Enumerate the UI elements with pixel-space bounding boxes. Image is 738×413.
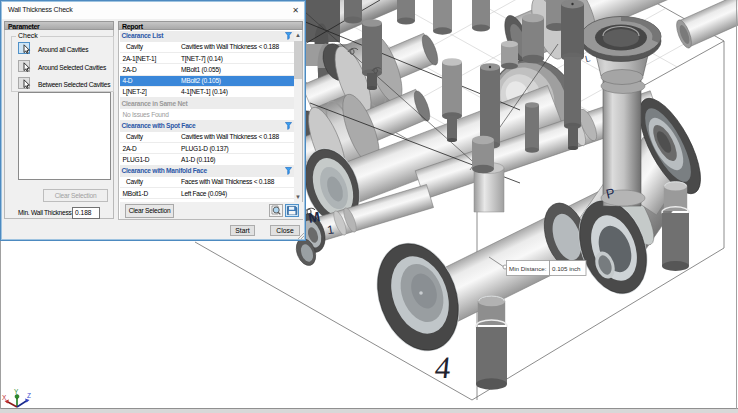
- svg-text:4: 4: [433, 350, 453, 385]
- svg-text:L: L: [584, 53, 591, 64]
- svg-text:X: X: [2, 394, 7, 401]
- svg-text:Min Distance:: Min Distance:: [509, 265, 547, 272]
- svg-text:Z: Z: [27, 392, 31, 399]
- svg-text:0.105 inch: 0.105 inch: [552, 265, 581, 272]
- svg-text:Y: Y: [14, 388, 19, 395]
